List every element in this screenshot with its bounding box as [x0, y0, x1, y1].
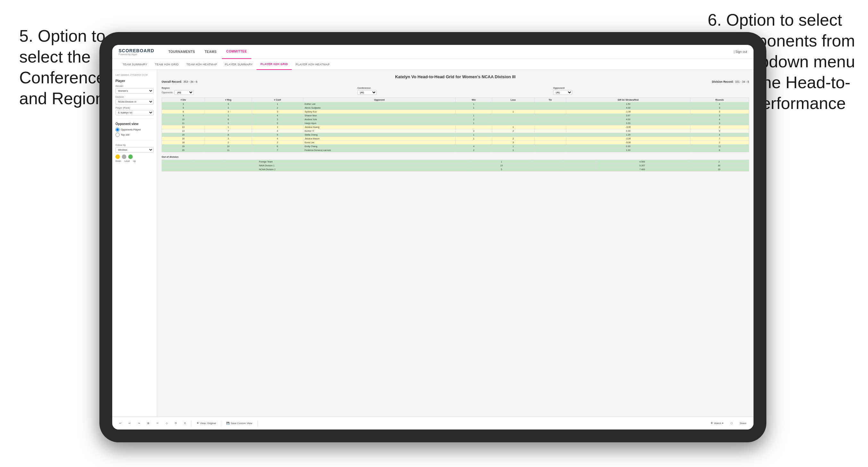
- main-content: Last Updated: 27/03/2024 14:34 Player Ge…: [112, 70, 753, 417]
- table-cell: [194, 164, 226, 168]
- sub-tab-team-h2h-heatmap[interactable]: TEAM H2H HEATMAP: [182, 59, 221, 70]
- toolbar-redo[interactable]: ↪: [136, 421, 142, 426]
- filter-region-select[interactable]: (All): [175, 90, 194, 95]
- table-cell: [162, 168, 194, 172]
- filter-region-inner: Opponents: (All): [162, 90, 358, 95]
- table-cell: 2: [689, 160, 749, 164]
- table-cell: [534, 125, 566, 129]
- table-cell: [534, 110, 566, 114]
- table-cell: 18: [162, 141, 205, 145]
- table-cell: 6: [162, 110, 205, 114]
- table-cell: [194, 160, 226, 164]
- toolbar-refresh[interactable]: ⟳: [173, 421, 179, 426]
- sidebar-player-rank-select[interactable]: 8. Katelyn Vo: [116, 110, 154, 115]
- table-cell: [534, 106, 566, 110]
- table-cell: [226, 168, 258, 172]
- table-cell: [534, 133, 566, 137]
- sub-tab-player-h2h-heatmap[interactable]: PLAYER H2H HEATMAP: [292, 59, 334, 70]
- table-cell: [563, 160, 595, 164]
- table-row: Foreign Team14.5002: [162, 160, 749, 164]
- toolbar-save-custom[interactable]: 💾 Save Custom View: [224, 421, 254, 426]
- sidebar-gender-select[interactable]: Women's: [116, 88, 154, 94]
- table-cell: [531, 160, 563, 164]
- table-cell: 7: [252, 148, 303, 152]
- table-cell: [456, 125, 492, 129]
- nav-tab-teams[interactable]: TEAMS: [200, 45, 221, 59]
- sidebar-colour-by-select[interactable]: Win/loss: [116, 147, 154, 153]
- toolbar-shape[interactable]: ◇: [164, 421, 169, 426]
- report-area: Katelyn Vo Head-to-Head Grid for Women's…: [157, 70, 753, 417]
- toolbar-view-original[interactable]: 👁 View: Original: [195, 421, 218, 426]
- table-cell: 7: [205, 129, 252, 133]
- table-cell: [534, 122, 566, 125]
- table-cell: 13: [162, 125, 205, 129]
- table-cell: 1: [456, 102, 492, 106]
- sidebar-player-rank-label: Player (Rank): [116, 106, 154, 109]
- sidebar-update: Last Updated: 27/03/2024 14:34: [116, 74, 154, 76]
- col-rounds: Rounds: [690, 98, 749, 102]
- toolbar-watch[interactable]: 👁 Watch ▾: [709, 421, 725, 426]
- table-row: NCAA Division 257.40010: [162, 168, 749, 172]
- table-cell: 1: [492, 125, 534, 129]
- table-cell: 4: [690, 133, 749, 137]
- radio-top100[interactable]: Top 100: [116, 133, 154, 137]
- toolbar-sep2: [221, 420, 221, 427]
- radio-opponents-played[interactable]: Opponents Played: [116, 128, 154, 132]
- circle-level: [122, 155, 126, 159]
- toolbar-undo2[interactable]: ↩: [127, 421, 133, 426]
- table-cell: 14: [162, 129, 205, 133]
- table-cell: 1: [472, 160, 531, 164]
- table-cell: 3: [690, 106, 749, 110]
- table-cell: [492, 118, 534, 122]
- table-cell: Jessica Huang: [303, 125, 456, 129]
- table-cell: Foreign Team: [257, 160, 472, 164]
- radio-top100-input[interactable]: [116, 133, 120, 137]
- sidebar-division-select[interactable]: NCAA Division III: [116, 99, 154, 104]
- table-row: 1125Heejo Hyun13.333: [162, 122, 749, 125]
- table-cell: 1: [252, 125, 303, 129]
- radio-opponents-played-input[interactable]: [116, 128, 120, 132]
- table-cell: 1: [492, 145, 534, 148]
- table-cell: [162, 164, 194, 168]
- filter-conference-select[interactable]: (All): [358, 90, 377, 95]
- sub-tab-player-summary[interactable]: PLAYER SUMMARY: [221, 59, 256, 70]
- table-cell: [534, 102, 566, 106]
- report-records: Overall Record: 353 - 34 - 6 Division Re…: [162, 80, 749, 83]
- table-cell: 7.400: [595, 168, 689, 172]
- legend-up: Up: [133, 160, 136, 162]
- table-cell: Esther Lee: [303, 102, 456, 106]
- nav-tab-tournaments[interactable]: TOURNAMENTS: [164, 45, 199, 59]
- toolbar-grid[interactable]: ⊞: [145, 421, 151, 426]
- sub-tab-player-h2h-grid[interactable]: PLAYER H2H GRID: [256, 59, 292, 70]
- division-record-label: Division Record:: [712, 80, 734, 83]
- table-cell: 6: [690, 148, 749, 152]
- table-cell: 15: [472, 164, 531, 168]
- table-row: 1585Stella Cheng11.254: [162, 133, 749, 137]
- table-cell: -0.94: [566, 137, 690, 141]
- sidebar: Last Updated: 27/03/2024 14:34 Player Ge…: [112, 70, 157, 417]
- table-cell: 6: [252, 145, 303, 148]
- toolbar-clock[interactable]: ⧖: [182, 421, 188, 426]
- table-cell: 3: [492, 141, 534, 145]
- toolbar-share-icon[interactable]: ⬡: [728, 421, 735, 426]
- table-cell: 3.67: [566, 114, 690, 118]
- toolbar-undo[interactable]: ↩: [117, 421, 123, 426]
- sidebar-divider2: [116, 140, 154, 141]
- overall-record: Overall Record: 353 - 34 - 6: [162, 80, 197, 83]
- table-cell: 1: [456, 122, 492, 125]
- toolbar-share[interactable]: Share: [738, 421, 748, 426]
- report-title: Katelyn Vo Head-to-Head Grid for Women's…: [162, 74, 749, 79]
- nav-tab-committee[interactable]: COMMITTEE: [222, 45, 252, 59]
- toolbar-cut[interactable]: ✂: [155, 421, 161, 426]
- tablet-frame: SCOREBOARD Powered by clippd TOURNAMENTS…: [99, 32, 766, 442]
- filter-opponent-select[interactable]: (All): [553, 90, 572, 95]
- table-cell: [534, 114, 566, 118]
- header-right: | Sign out: [734, 50, 747, 54]
- overall-record-label: Overall Record:: [162, 80, 182, 83]
- radio-opponents-played-label: Opponents Played: [121, 128, 141, 131]
- sub-tab-team-summary[interactable]: TEAM SUMMARY: [119, 59, 151, 70]
- table-cell: 30: [689, 164, 749, 168]
- circle-down: [116, 155, 120, 159]
- sub-tab-team-h2h-grid[interactable]: TEAM H2H GRID: [151, 59, 182, 70]
- table-cell: 1.25: [566, 133, 690, 137]
